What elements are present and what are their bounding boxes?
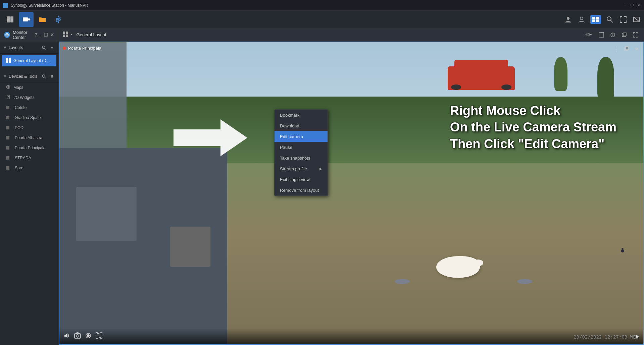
device-gradina-spate[interactable]: Gradina Spate (0, 113, 58, 123)
devices-search-btn[interactable] (41, 73, 47, 79)
device-cotete[interactable]: Cotete (0, 103, 58, 113)
devices-menu-btn[interactable]: ≡ (49, 73, 55, 79)
toolbar-left (3, 12, 66, 27)
layouts-search-btn[interactable] (41, 45, 47, 51)
toolbar-settings-btn[interactable] (51, 12, 66, 27)
app-toolbar (0, 11, 644, 28)
svg-point-41 (621, 250, 624, 252)
layouts-title: Layouts (9, 45, 39, 50)
svg-rect-30 (8, 96, 9, 97)
submenu-arrow: ▶ (319, 167, 322, 171)
toolbar-search-btn[interactable] (605, 15, 614, 24)
overlay-line1: Right Mouse Click (450, 103, 616, 119)
toolbar-expand-btn[interactable] (632, 15, 641, 24)
device-spre[interactable]: Spre (0, 163, 58, 173)
svg-rect-21 (6, 58, 8, 60)
layout-fullscreen-btn[interactable] (597, 31, 606, 39)
toolbar-fullscreen-btn[interactable] (618, 15, 628, 24)
svg-rect-0 (7, 16, 10, 20)
cam-arrow-btn[interactable]: ▶ (636, 334, 639, 339)
device-strada[interactable]: STRADA (0, 153, 58, 163)
volume-btn[interactable] (63, 332, 70, 341)
mc-restore-button[interactable]: ❐ (44, 32, 48, 38)
svg-line-14 (610, 20, 613, 22)
context-exit-single[interactable]: Exit single view (275, 174, 328, 185)
svg-point-7 (567, 17, 569, 20)
context-download[interactable]: Download (275, 120, 328, 131)
svg-rect-22 (9, 58, 11, 60)
snapshot-btn[interactable] (74, 332, 81, 341)
device-poarta-albastra[interactable]: Poarta Albastra (0, 133, 58, 143)
close-button[interactable]: ✕ (636, 3, 641, 8)
sidebar: Monitor Center ? − ❐ ✕ ▼ Layouts + (0, 28, 59, 345)
scene-dog (436, 256, 480, 278)
camera-window-btn[interactable] (623, 45, 631, 53)
device-io-widgets[interactable]: I/O Widgets (0, 93, 58, 103)
camera-view-area: Poarta Principala ⋮ ✕ (59, 42, 644, 345)
layout-quality-btn[interactable]: HD▾ (582, 31, 594, 39)
layouts-add-btn[interactable]: + (49, 45, 55, 51)
layout-grid-icon (63, 32, 68, 38)
toolbar-user-btn[interactable] (577, 15, 586, 24)
svg-rect-44 (626, 47, 629, 50)
io-icon (6, 95, 11, 100)
devices-section-header: ▼ Devices & Tools ≡ (0, 70, 58, 82)
monitor-center-icon (4, 32, 10, 38)
layouts-arrow: ▼ (3, 46, 7, 49)
device-pod-label: POD (15, 125, 23, 130)
device-strada-label: STRADA (15, 156, 31, 160)
overlay-line3: Then Click "Edit Camera" (450, 136, 616, 152)
toolbar-camera-btn[interactable] (19, 12, 34, 27)
svg-point-49 (87, 334, 90, 337)
main-layout: Monitor Center ? − ❐ ✕ ▼ Layouts + (0, 28, 644, 345)
mc-minimize-button[interactable]: − (39, 32, 42, 38)
camera-more-btn[interactable]: ⋮ (612, 45, 621, 53)
overlay-line2: On the Live Camera Stream (450, 119, 616, 135)
device-maps[interactable]: Maps (0, 82, 58, 93)
svg-rect-12 (596, 19, 599, 22)
cam-fullscreen-btn[interactable] (96, 332, 102, 341)
context-edit-camera[interactable]: Edit camera (275, 131, 328, 142)
poarta-albastra-icon (6, 136, 9, 139)
devices-arrow: ▼ (3, 74, 7, 78)
record-btn[interactable] (85, 332, 92, 341)
device-pod[interactable]: POD (0, 123, 58, 133)
context-remove-layout[interactable]: Remove from layout (275, 185, 328, 195)
toolbar-folder-btn[interactable] (35, 12, 50, 27)
general-layout-item[interactable]: General Layout (D... (2, 55, 56, 66)
spre-icon (6, 166, 9, 170)
device-gradina-label: Gradina Spate (15, 115, 41, 120)
device-spre-label: Spre (15, 166, 23, 170)
scene-tree2 (554, 57, 567, 91)
svg-rect-40 (623, 33, 626, 36)
camera-top-right: ⋮ ✕ (612, 45, 641, 53)
monitor-center-actions: ? − ❐ ✕ (35, 32, 54, 38)
window-controls: − ❐ ✕ (623, 3, 641, 8)
help-button[interactable]: ? (35, 32, 37, 38)
svg-rect-34 (66, 35, 68, 37)
devices-actions: ≡ (41, 73, 55, 79)
context-bookmark[interactable]: Bookmark (275, 110, 328, 120)
context-take-snapshots[interactable]: Take snapshots (275, 153, 328, 163)
camera-close-btn[interactable]: ✕ (633, 45, 641, 53)
context-stream-profile[interactable]: Stream profile ▶ (275, 163, 328, 174)
toolbar-monitor-btn[interactable] (3, 12, 17, 27)
text-overlay: Right Mouse Click On the Live Camera Str… (450, 103, 616, 152)
toolbar-avatar-btn[interactable] (563, 15, 573, 24)
minimize-button[interactable]: − (623, 3, 628, 8)
scene-car (448, 66, 515, 90)
svg-point-8 (580, 17, 583, 20)
context-pause[interactable]: Pause (275, 142, 328, 153)
layout-info-btn[interactable] (608, 31, 617, 39)
toolbar-layout-btn[interactable] (590, 15, 601, 24)
svg-point-47 (76, 335, 79, 337)
restore-button[interactable]: ❐ (629, 3, 635, 8)
devices-title: Devices & Tools (9, 74, 39, 79)
mc-close-button[interactable]: ✕ (50, 32, 54, 38)
svg-rect-9 (592, 17, 595, 19)
svg-rect-11 (592, 19, 595, 22)
device-poarta-principala[interactable]: Poarta Principala (0, 143, 58, 153)
cam-controls (63, 332, 102, 341)
layout-expand-btn[interactable] (631, 31, 640, 39)
layout-window-btn[interactable] (620, 31, 629, 39)
